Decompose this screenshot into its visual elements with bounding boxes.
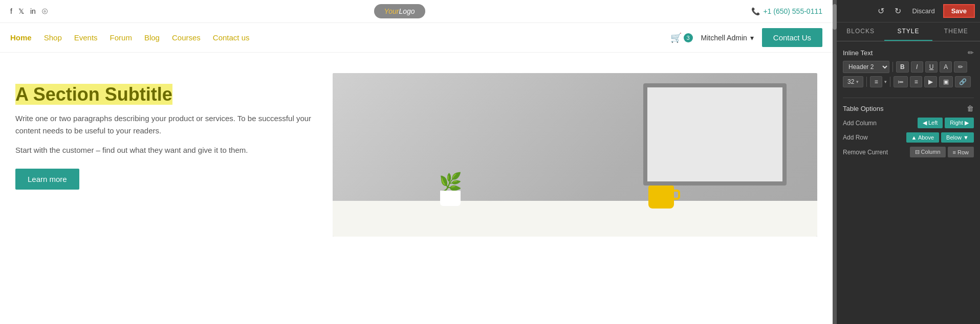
right-panel: ↺ ↻ Discard Save BLOCKS STYLE THEME Inli… [837, 0, 980, 324]
hero-para1: Write one or two paragraphs describing y… [15, 112, 312, 137]
panel-body: Inline Text ✏ Header 2 Header 1 Header 3… [837, 41, 980, 169]
font-color-button[interactable]: A [940, 61, 952, 73]
monitor [643, 83, 787, 186]
desk-surface [333, 201, 817, 237]
list-unordered-button[interactable]: ≔ [894, 76, 908, 87]
redo-button[interactable]: ↻ [891, 5, 904, 17]
user-menu[interactable]: Mitchell Admin ▾ [701, 34, 754, 42]
website-preview: f 𝕏 in ⦾ YourLogo 📞 +1 (650) 555-0111 Ho… [0, 0, 833, 324]
inline-text-header: Inline Text ✏ [843, 49, 974, 57]
inline-text-title: Inline Text [843, 49, 873, 57]
add-row-above-button[interactable]: ▲ Above [906, 132, 940, 143]
section-subtitle: A Section Subtitle [15, 83, 312, 105]
contact-us-button[interactable]: Contact Us [762, 28, 822, 47]
plant-leaves: 🌿 [439, 172, 462, 193]
remove-current-buttons: ⊟ Column ≡ Row [910, 147, 974, 157]
add-column-buttons: ◀ Left Right ▶ [918, 118, 974, 128]
add-column-label: Add Column [843, 120, 889, 127]
link-button[interactable]: 🔗 [955, 76, 971, 87]
twitter-icon[interactable]: 𝕏 [18, 7, 24, 15]
user-dropdown-icon: ▾ [750, 34, 754, 42]
add-row-label: Add Row [843, 134, 889, 141]
desk-scene: 🌿 [333, 73, 817, 237]
discard-button[interactable]: Discard [908, 5, 939, 17]
play-button[interactable]: ▶ [924, 76, 937, 87]
save-button[interactable]: Save [943, 4, 975, 18]
hero-image: 🌿 [333, 73, 817, 237]
panel-tabs: BLOCKS STYLE THEME [837, 22, 980, 41]
brush-button[interactable]: ✏ [954, 61, 967, 73]
add-row-row: Add Row ▲ Above Below ▼ [843, 132, 974, 143]
format-toolbar-row: Header 2 Header 1 Header 3 Paragraph B I… [843, 61, 974, 73]
main-content: A Section Subtitle Write one or two para… [0, 53, 833, 324]
table-options-title: Table Options [843, 105, 884, 112]
tab-theme[interactable]: THEME [932, 22, 980, 41]
table-delete-icon[interactable]: 🗑 [967, 104, 974, 112]
bold-button[interactable]: B [896, 61, 909, 73]
phone-icon: 📞 [751, 7, 760, 15]
mug [648, 186, 674, 209]
phone-number: +1 (650) 555-0111 [763, 7, 822, 15]
panel-header: ↺ ↻ Discard Save [837, 0, 980, 22]
list-ordered-button[interactable]: ≡ [910, 76, 922, 87]
phone-area: 📞 +1 (650) 555-0111 [751, 7, 822, 15]
nav-home[interactable]: Home [10, 33, 32, 42]
add-row-buttons: ▲ Above Below ▼ [906, 132, 974, 143]
remove-current-row: Remove Current ⊟ Column ≡ Row [843, 147, 974, 157]
toolbar-divider-3 [890, 77, 890, 87]
tab-blocks[interactable]: BLOCKS [837, 22, 884, 41]
italic-button[interactable]: I [911, 61, 923, 73]
underline-button[interactable]: U [925, 61, 938, 73]
add-column-right-button[interactable]: Right ▶ [945, 118, 974, 128]
remove-column-button[interactable]: ⊟ Column [910, 147, 946, 157]
mug-handle [674, 190, 680, 200]
remove-row-button[interactable]: ≡ Row [948, 147, 974, 157]
remove-current-label: Remove Current [843, 149, 889, 156]
nav-blog[interactable]: Blog [144, 33, 160, 42]
social-icons: f 𝕏 in ⦾ [10, 7, 48, 16]
nav-shop[interactable]: Shop [44, 33, 62, 42]
undo-button[interactable]: ↺ [875, 5, 887, 17]
table-options-header: Table Options 🗑 [843, 104, 974, 112]
scrollbar-thumb[interactable] [833, 4, 837, 30]
nav-bar: Home Shop Events Forum Blog Courses Cont… [0, 23, 833, 53]
format-select[interactable]: Header 2 Header 1 Header 3 Paragraph [843, 61, 889, 73]
toolbar-divider-2 [866, 77, 867, 87]
font-size-arrow: ▾ [856, 79, 859, 84]
instagram-icon[interactable]: ⦾ [42, 7, 48, 16]
user-name: Mitchell Admin [701, 34, 747, 42]
nav-links: Home Shop Events Forum Blog Courses Cont… [10, 33, 250, 42]
monitor-screen [647, 87, 782, 181]
plant-pot [440, 191, 461, 206]
nav-courses[interactable]: Courses [172, 33, 201, 42]
add-column-row: Add Column ◀ Left Right ▶ [843, 118, 974, 128]
cart-icon: 🛒 [670, 32, 682, 43]
size-toolbar-row: 32 ▾ ≡ ▾ ≔ ≡ ▶ ▣ 🔗 [843, 76, 974, 87]
top-bar: f 𝕏 in ⦾ YourLogo 📞 +1 (650) 555-0111 [0, 0, 833, 23]
facebook-icon[interactable]: f [10, 7, 12, 15]
inline-text-section: Inline Text ✏ Header 2 Header 1 Header 3… [843, 49, 974, 90]
nav-events[interactable]: Events [74, 33, 98, 42]
cart[interactable]: 🛒 3 [670, 32, 693, 43]
tab-style[interactable]: STYLE [884, 22, 932, 41]
inline-text-edit-icon[interactable]: ✏ [968, 49, 974, 57]
toolbar-divider-1 [892, 62, 893, 72]
left-content: A Section Subtitle Write one or two para… [15, 73, 312, 190]
hero-para2: Start with the customer – find out what … [15, 144, 312, 156]
nav-right: 🛒 3 Mitchell Admin ▾ Contact Us [670, 28, 822, 47]
add-column-left-button[interactable]: ◀ Left [918, 118, 943, 128]
align-arrow[interactable]: ▾ [884, 79, 887, 84]
cart-badge: 3 [684, 33, 693, 42]
align-left-button[interactable]: ≡ [870, 76, 882, 87]
nav-forum[interactable]: Forum [110, 33, 132, 42]
add-row-below-button[interactable]: Below ▼ [941, 132, 974, 143]
table-options-section: Table Options 🗑 Add Column ◀ Left Right … [843, 98, 974, 161]
linkedin-icon[interactable]: in [30, 7, 36, 15]
logo[interactable]: YourLogo [374, 4, 425, 18]
image-button[interactable]: ▣ [939, 76, 953, 87]
font-size-control[interactable]: 32 ▾ [843, 76, 863, 87]
plant: 🌿 [435, 165, 466, 206]
learn-more-button[interactable]: Learn more [15, 169, 79, 190]
nav-contact[interactable]: Contact us [213, 33, 250, 42]
scrollbar[interactable] [833, 0, 837, 324]
